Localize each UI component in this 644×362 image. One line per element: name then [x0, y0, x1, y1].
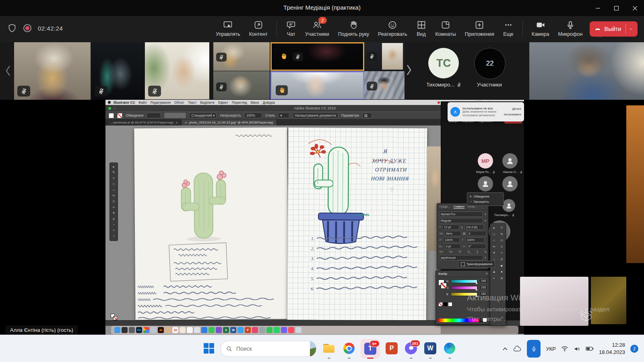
graphic-style-select[interactable]: ▾: [278, 113, 289, 118]
color-channel[interactable]: G 255: [446, 285, 488, 290]
dock-app-icon[interactable]: [114, 327, 120, 333]
nested-participant-avatar[interactable]: [502, 199, 515, 212]
stroke-swatch[interactable]: [117, 113, 122, 118]
taskbar-search[interactable]: [221, 341, 316, 357]
tool-icon[interactable]: T: [113, 176, 115, 181]
dock-app-icon[interactable]: X: [223, 327, 229, 333]
dock-app-icon[interactable]: [180, 327, 186, 333]
tool-icon[interactable]: ■: [501, 263, 503, 269]
participant-avatar[interactable]: TC: [428, 48, 459, 78]
tool-icon[interactable]: A: [501, 275, 503, 282]
tool-icon[interactable]: ▸: [493, 225, 495, 231]
chat-button[interactable]: Чат: [286, 19, 296, 37]
brush-select[interactable]: [164, 113, 186, 118]
menu-item[interactable]: Файл: [138, 101, 147, 105]
word-button[interactable]: W: [423, 341, 437, 355]
menu-item[interactable]: Редагування: [151, 101, 171, 105]
menu-item[interactable]: Текст: [188, 101, 196, 105]
tool-icon[interactable]: +: [113, 228, 115, 233]
tool-icon[interactable]: ◇: [500, 237, 503, 244]
none-swatch[interactable]: [438, 302, 443, 306]
kerning-input[interactable]: Авто: [444, 231, 461, 236]
font-size-input[interactable]: 12 pt: [442, 224, 459, 230]
battery-icon[interactable]: [586, 346, 594, 351]
dock-app-icon[interactable]: [216, 327, 222, 333]
macos-notification[interactable]: ʌ Інстальовано не все Деякі оновлення не…: [448, 102, 524, 121]
color-channel[interactable]: R 255: [446, 279, 488, 284]
viber-button[interactable]: 151: [404, 341, 418, 355]
maximize-button[interactable]: [607, 0, 625, 16]
tool-icon[interactable]: ✂: [112, 193, 115, 199]
file-explorer-button[interactable]: [322, 341, 336, 355]
tool-icon[interactable]: □: [493, 231, 495, 238]
dock-app-icon[interactable]: P: [245, 327, 251, 333]
stroke-color-indicator[interactable]: [113, 316, 117, 320]
tool-icon[interactable]: ◇: [112, 199, 115, 204]
tools-palette[interactable]: ▸✎T□○✂◇≡✦Z~+*: [109, 162, 118, 241]
close-button[interactable]: [625, 0, 644, 16]
small-caps-icon[interactable]: Tᴛ: [449, 250, 453, 254]
dock-app-icon[interactable]: [274, 327, 280, 333]
dock-app-icon[interactable]: [122, 327, 128, 333]
panel-menu-icon[interactable]: ≡: [486, 272, 488, 276]
menu-item[interactable]: Перегляд: [232, 101, 247, 105]
start-button[interactable]: [202, 341, 216, 355]
menu-item[interactable]: Довідка: [263, 101, 275, 105]
minimize-button[interactable]: [588, 0, 607, 16]
traffic-light-icon[interactable]: [108, 107, 111, 110]
tool-icon[interactable]: ✦: [493, 250, 495, 256]
participants-button[interactable]: 2 Участники: [305, 19, 329, 37]
leading-input[interactable]: (14,4 pt): [464, 224, 484, 230]
opacity-input[interactable]: 100%: [244, 113, 262, 118]
language-indicator[interactable]: УКР: [546, 346, 556, 352]
baseline-input[interactable]: 0 pt: [444, 244, 461, 249]
dock-app-icon[interactable]: [151, 327, 157, 333]
filmstrip-next-icon[interactable]: [406, 64, 412, 76]
participant-video[interactable]: [364, 42, 405, 71]
tool-icon[interactable]: ●: [501, 269, 503, 275]
search-highlight-image[interactable]: [310, 341, 316, 356]
chrome-button[interactable]: [342, 341, 356, 355]
security-shield-icon[interactable]: [7, 23, 17, 33]
tool-icon[interactable]: Z: [113, 216, 115, 222]
content-button[interactable]: Контент: [249, 19, 268, 37]
dock-app-icon[interactable]: [288, 327, 294, 333]
subscript-icon[interactable]: T₁: [467, 250, 471, 254]
app-menu-title[interactable]: Illustrator CC: [114, 101, 135, 105]
black-swatch[interactable]: [443, 302, 448, 306]
tool-icon[interactable]: *: [113, 234, 114, 239]
tool-icon[interactable]: ~: [113, 222, 115, 228]
tray-clock[interactable]: 12:28 18.04.2023: [599, 341, 625, 356]
raise-hand-button[interactable]: Поднять руку: [338, 19, 369, 37]
dock-app-icon[interactable]: [266, 327, 272, 333]
dock-app-icon[interactable]: [208, 327, 215, 333]
menu-item[interactable]: Виділити: [200, 101, 215, 105]
tool-icon[interactable]: ≡: [113, 205, 115, 210]
dock-app-icon[interactable]: [259, 327, 265, 333]
tab-gradient[interactable]: Гради...: [440, 205, 450, 209]
channel-slider[interactable]: [451, 280, 478, 283]
color-spectrum[interactable]: [438, 319, 480, 322]
participant-video[interactable]: [145, 42, 209, 100]
white-swatch[interactable]: [448, 302, 452, 306]
more-button[interactable]: Еще: [503, 19, 514, 37]
all-caps-icon[interactable]: TT: [439, 250, 443, 254]
apple-icon[interactable]: [108, 101, 111, 104]
black-chip[interactable]: [479, 318, 483, 322]
mic-button[interactable]: Микрофон: [558, 19, 583, 37]
h-scale-input[interactable]: 100%: [443, 237, 460, 243]
context-menu-item[interactable]: ◔Прозорість: [467, 199, 504, 204]
superscript-icon[interactable]: T¹: [458, 250, 462, 254]
apps-button[interactable]: Приложения: [465, 19, 494, 37]
notification-details-button[interactable]: Деталі: [504, 106, 521, 112]
home-icon[interactable]: ⌂: [114, 106, 116, 110]
nested-participant-avatar[interactable]: [502, 176, 518, 191]
stroke-proxy-swatch[interactable]: [441, 283, 447, 289]
participant-video[interactable]: [364, 71, 405, 100]
nested-participant-avatar[interactable]: [478, 176, 493, 191]
teams-button[interactable]: T 9+: [361, 339, 380, 358]
participants-count[interactable]: 22: [474, 48, 506, 79]
tray-chevron-icon[interactable]: [503, 347, 508, 350]
tool-icon[interactable]: ✎: [500, 231, 503, 238]
dock-app-icon[interactable]: [281, 327, 287, 333]
